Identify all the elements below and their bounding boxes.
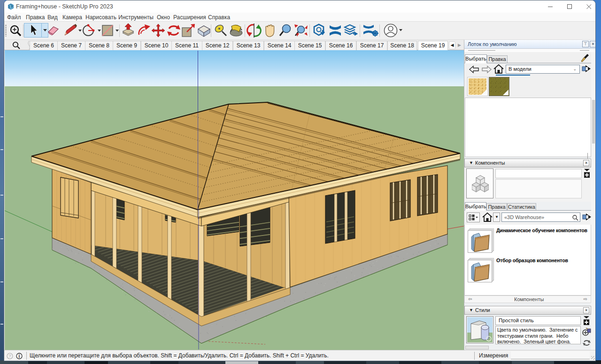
svg-text:?: ? (8, 354, 11, 358)
svg-text:i: i (19, 354, 20, 359)
